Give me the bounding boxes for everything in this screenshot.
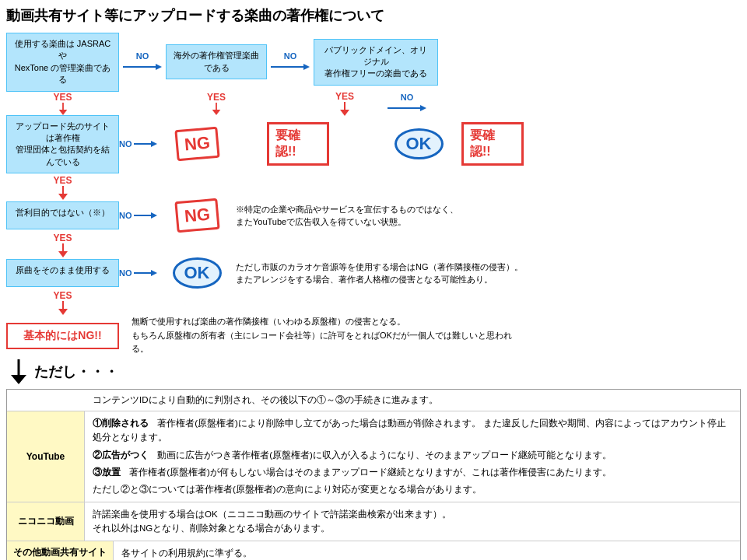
youtube-label: YouTube [7,411,85,502]
no-arrow-1: NO [119,51,166,73]
svg-marker-15 [58,194,68,200]
bottom-section: コンテンツIDにより自動的に判別され、その後以下の①～③の手続きに進みます。 Y… [6,389,741,560]
note-3: 無断で使用すれば楽曲の著作隣接権（いわゆる原盤権）の侵害となる。 もちろん原盤権… [119,315,524,356]
page-title: 動画共有サイト等にアップロードする楽曲の著作権について [6,6,741,25]
yes-down-2: YES [166,92,267,115]
svg-marker-25 [11,375,26,384]
no-arrow-2: NO [267,51,314,73]
flowchart: 使用する楽曲は JASRAC や NexTone の管理楽曲である NO 海外の… [6,33,741,384]
box4-row: 基本的にはNG!! 無断で使用すれば楽曲の著作隣接権（いわゆる原盤権）の侵害とな… [6,315,741,356]
ng-badge-1: NG [166,128,228,159]
other-row: その他動画共有サイト 各サイトの利用規約に準ずる。 [7,541,740,560]
intro-text: コンテンツIDにより自動的に判別され、その後以下の①～③の手続きに進みます。 [7,390,446,411]
youtube-footer: ただし②と③については著作権者(原盤権者)の意向により対応が変更となる場合があり… [93,482,732,496]
no-ng-2: NO [119,209,166,222]
niconico-row: ニコニコ動画 許諾楽曲を使用する場合はOK（ニコニコ動画のサイトで許諾楽曲検索が… [7,502,740,541]
condition-box-3: パブリックドメイン、オリジナル 著作権フリーの楽曲である [314,39,438,86]
box-2: 営利目的ではない（※） [6,201,119,229]
tadashi-row: ただし・・・ [6,359,741,384]
box-1: アップロード先のサイトは著作権 管理団体と包括契約を結んでいる [6,115,119,174]
condition-box-2: 海外の著作権管理楽曲である [166,44,267,79]
note-1: ※特定の企業や商品やサービスを宣伝するものではなく、 またYouTubeで広告収… [228,203,458,229]
condition-box-1: 使用する楽曲は JASRAC や NexTone の管理楽曲である [6,33,119,92]
yes-down-box2: YES [6,233,119,257]
box2-row: 営利目的ではない（※） NO NG ※特定の企業や商品やサービスを宣伝するもので… [6,200,741,231]
svg-marker-3 [303,64,310,70]
box-4: 基本的にはNG!! [6,323,119,349]
youtube-item-1: ①削除される 著作権者(原盤権者)により削除申し立てがあった場合は動画が削除され… [93,416,732,445]
svg-marker-13 [151,141,157,147]
yes-down-1: YES [6,92,119,115]
svg-marker-1 [156,64,162,70]
niconico-label: ニコニコ動画 [7,502,85,541]
svg-marker-17 [151,212,157,219]
svg-marker-7 [212,109,221,114]
box-3: 原曲をそのまま使用する [6,259,119,287]
youkakunin-2: 要確認!! [461,122,524,166]
no-ng-1: NO [119,138,166,150]
svg-marker-23 [58,309,68,315]
youtube-row: YouTube ①削除される 著作権者(原盤権者)により削除申し立てがあった場合… [7,411,740,502]
box3-row: 原曲をそのまま使用する NO OK ただし市販のカラオケ音源等を使用する場合はN… [6,257,741,289]
ok-badge-2: OK [166,257,228,289]
yes-down-box1: YES [6,175,119,200]
svg-marker-19 [58,251,68,257]
youtube-content: ①削除される 著作権者(原盤権者)により削除申し立てがあった場合は動画が削除され… [85,411,740,502]
intro-row: コンテンツIDにより自動的に判別され、その後以下の①～③の手続きに進みます。 [7,390,740,411]
ng-badge-2: NG [166,200,228,231]
other-label: その他動画共有サイト [7,541,114,560]
youtube-item-2: ②広告がつく 動画に広告がつき著作権者(原盤権者)に収入が入るようになり、そのま… [93,448,732,462]
youtube-item-3: ③放置 著作権者(原盤権者)が何もしない場合はそのままアップロード継続となります… [93,465,732,479]
svg-marker-21 [151,270,157,276]
ok-badge-1: OK [391,128,446,159]
no-ok-1: NO [119,267,166,279]
other-content: 各サイトの利用規約に準ずる。 [114,541,260,560]
yes-down-no-right-3: YES NO [314,92,438,115]
yes-down-box3: YES [6,290,119,315]
svg-marker-11 [420,105,426,111]
note-2: ただし市販のカラオケ音源等を使用する場合はNG（著作隣接権の侵害）。 またアレン… [228,261,523,286]
niconico-content: 許諾楽曲を使用する場合はOK（ニコニコ動画のサイトで許諾楽曲検索が出来ます）。 … [85,502,459,541]
svg-marker-5 [58,109,67,114]
tadashi-label: ただし・・・ [34,362,118,381]
youkakunin-1: 要確認!! [267,122,329,166]
svg-marker-9 [340,110,349,116]
